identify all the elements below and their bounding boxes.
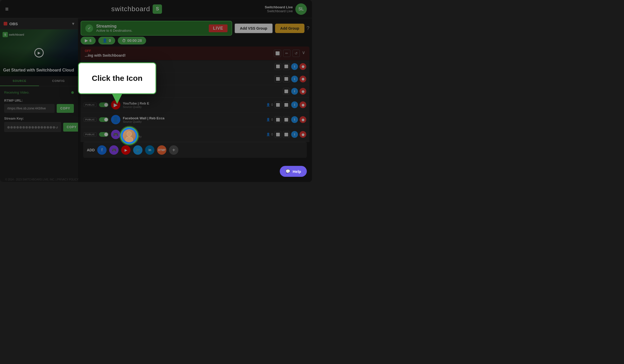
modal-container: Click the Icon bbox=[78, 62, 156, 104]
help-chat-icon: 💬 bbox=[285, 169, 290, 174]
modal-overlay: Click the Icon bbox=[0, 0, 312, 182]
modal-card: Click the Icon bbox=[78, 62, 156, 94]
svg-point-3 bbox=[126, 137, 133, 142]
help-label: Help bbox=[292, 169, 301, 174]
modal-text: Click the Icon bbox=[92, 74, 142, 83]
help-button[interactable]: 💬 Help bbox=[280, 166, 307, 177]
modal-pointer bbox=[112, 94, 122, 104]
highlighted-avatar[interactable] bbox=[120, 127, 138, 145]
svg-point-2 bbox=[127, 132, 131, 136]
